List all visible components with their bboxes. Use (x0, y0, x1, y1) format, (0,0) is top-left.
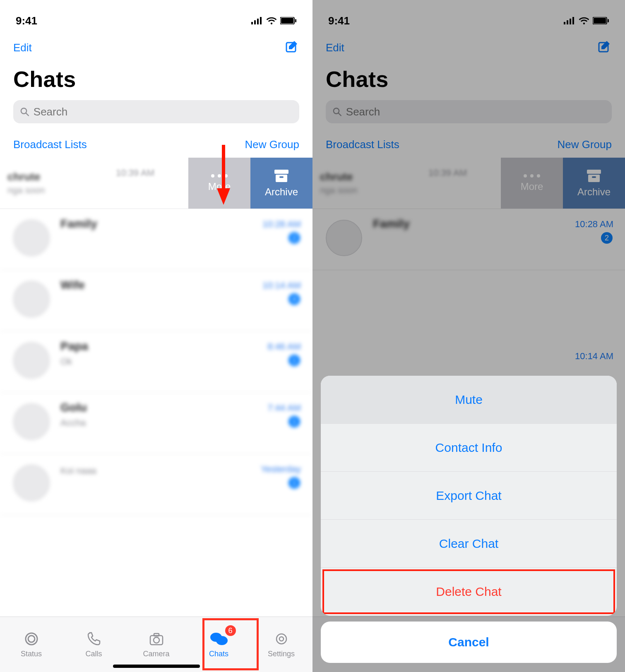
swipe-more-label: More (521, 181, 543, 192)
cellular-icon (564, 17, 575, 24)
swiped-chat-preview: nga soon (320, 185, 501, 196)
swipe-archive-label: Archive (265, 186, 298, 198)
swipe-more-label: More (208, 181, 231, 192)
chat-name: Golu (60, 401, 301, 414)
compose-icon[interactable] (598, 40, 612, 55)
nav-bar: Edit (0, 33, 312, 58)
chat-row[interactable]: Koi naaa Yesterday 1 (0, 454, 312, 515)
tab-chats[interactable]: Chats 6 (188, 617, 250, 672)
svg-line-9 (26, 113, 29, 116)
tab-label: Status (21, 650, 42, 658)
chat-time: 10:28 AM (262, 219, 301, 230)
swiped-chat-preview: nga soon (7, 185, 188, 196)
edit-button[interactable]: Edit (13, 41, 32, 54)
svg-rect-3 (260, 17, 262, 24)
tab-label: Calls (85, 650, 102, 658)
broadcast-lists-link[interactable]: Broadcast Lists (326, 138, 399, 151)
svg-point-23 (279, 637, 284, 641)
list-actions-row: Broadcast Lists New Group (0, 129, 312, 158)
chat-time: 7:44 AM (267, 403, 301, 413)
chat-list: Family 10:28 AM 2 (312, 209, 625, 270)
search-field[interactable] (13, 100, 299, 123)
broadcast-lists-link[interactable]: Broadcast Lists (13, 138, 87, 151)
svg-rect-10 (274, 170, 288, 174)
svg-point-16 (28, 636, 35, 642)
chat-list: Family 10:28 AM 2 Wife 10:14 AM 4 PapaOk… (0, 209, 312, 515)
chat-row[interactable]: Family 10:28 AM 2 (0, 209, 312, 270)
tab-label: Camera (143, 650, 169, 658)
unread-badge: 1 (288, 355, 300, 366)
action-cancel[interactable]: Cancel (321, 622, 617, 663)
new-group-link[interactable]: New Group (558, 138, 612, 151)
svg-point-18 (154, 637, 159, 643)
svg-line-33 (338, 113, 341, 116)
chat-time-secondary: 10:14 AM (312, 351, 625, 362)
tab-calls[interactable]: Calls (62, 617, 125, 672)
unread-badge: 4 (288, 293, 300, 305)
swipe-more-button[interactable]: More (188, 158, 250, 209)
action-export-chat[interactable]: Export Chat (321, 472, 617, 520)
tab-badge: 6 (224, 624, 237, 637)
new-group-link[interactable]: New Group (245, 138, 300, 151)
compose-icon[interactable] (285, 40, 299, 55)
phone-right: 9:41 Edit Chats Broadcast Lists New Grou… (312, 0, 625, 672)
action-sheet: Mute Contact Info Export Chat Clear Chat… (321, 376, 617, 663)
avatar (13, 220, 50, 256)
svg-rect-36 (592, 176, 596, 178)
tab-status[interactable]: Status (0, 617, 62, 672)
chat-row[interactable]: PapaOk 8:46 AM 1 (0, 331, 312, 393)
svg-rect-24 (564, 22, 565, 24)
unread-badge: 2 (601, 232, 613, 244)
unread-badge: 2 (288, 232, 300, 244)
archive-icon (274, 169, 289, 183)
status-time: 9:41 (16, 14, 37, 27)
page-title: Chats (312, 58, 625, 98)
search-input[interactable] (346, 106, 605, 118)
chat-preview: Accha (60, 418, 301, 428)
chat-time: 8:46 AM (267, 341, 301, 352)
tab-label: Settings (268, 650, 295, 658)
svg-rect-19 (154, 634, 159, 636)
tab-camera[interactable]: Camera (125, 617, 188, 672)
battery-icon (280, 17, 297, 24)
tab-settings[interactable]: Settings (250, 617, 312, 672)
avatar (13, 403, 50, 440)
svg-rect-6 (295, 19, 296, 22)
svg-rect-11 (276, 175, 287, 182)
action-clear-chat[interactable]: Clear Chat (321, 520, 617, 568)
wifi-icon (579, 17, 589, 24)
chat-row[interactable]: GoluAccha 7:44 AM 1 (0, 393, 312, 454)
status-icons (251, 17, 297, 24)
swipe-archive-button[interactable]: Archive (250, 158, 312, 209)
search-field[interactable] (326, 100, 612, 123)
action-mute[interactable]: Mute (321, 376, 617, 424)
search-icon (332, 107, 342, 117)
search-input[interactable] (34, 106, 293, 118)
avatar (13, 465, 50, 501)
status-icon (23, 631, 40, 647)
svg-point-21 (216, 636, 228, 645)
swiped-chat-name: chrute (320, 170, 501, 183)
svg-rect-35 (588, 175, 600, 182)
swipe-archive-button[interactable]: Archive (563, 158, 625, 209)
action-contact-info[interactable]: Contact Info (321, 424, 617, 472)
swiped-chat-name: chrute (7, 170, 188, 183)
swiped-chat-row[interactable]: chrute nga soon 10:39 AM More Archive (0, 158, 312, 209)
chat-time: 10:28 AM (575, 219, 613, 230)
svg-rect-27 (572, 17, 574, 24)
avatar (13, 342, 50, 379)
chat-row[interactable]: Family 10:28 AM 2 (312, 209, 625, 270)
unread-badge: 1 (288, 477, 300, 489)
gear-icon (273, 631, 290, 647)
chat-preview: Ok (60, 356, 301, 367)
home-indicator[interactable] (113, 665, 200, 668)
edit-button[interactable]: Edit (326, 41, 344, 54)
wifi-icon (266, 17, 277, 24)
phone-icon (86, 631, 102, 647)
cellular-icon (251, 17, 263, 24)
action-delete-chat[interactable]: Delete Chat (321, 568, 617, 616)
swipe-more-button[interactable]: More (501, 158, 563, 209)
swiped-chat-row[interactable]: chrute nga soon 10:39 AM More Archive (312, 158, 625, 209)
chat-row[interactable]: Wife 10:14 AM 4 (0, 270, 312, 331)
svg-rect-0 (251, 22, 253, 24)
